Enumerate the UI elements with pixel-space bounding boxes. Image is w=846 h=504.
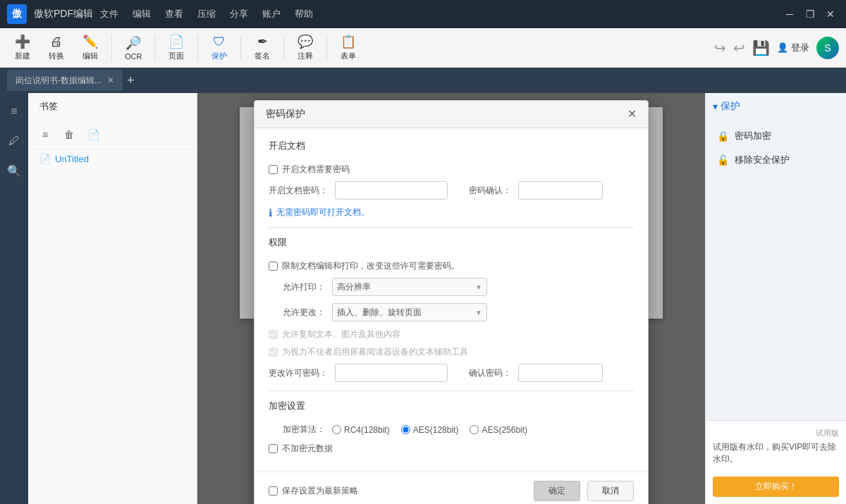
tool-edit-label: 编辑 <box>82 51 98 61</box>
radio-rc4-label: RC4(128bit) <box>344 425 390 435</box>
bookmark-title: 书签 <box>28 93 197 121</box>
panel-list-icon[interactable]: ≡ <box>3 100 25 123</box>
tab-add-button[interactable]: + <box>127 73 135 88</box>
app-logo: 傲 <box>7 4 27 24</box>
tool-form-label: 表单 <box>341 51 356 61</box>
label-allow-change: 允许更改： <box>269 307 325 319</box>
radio-aes256-label: AES(256bit) <box>482 425 527 435</box>
checkbox-save-policy-input[interactable] <box>269 486 278 496</box>
left-icon-panel: ≡ 🖊 🔍 <box>0 93 28 504</box>
tab-close-button[interactable]: ✕ <box>107 75 114 85</box>
menu-account[interactable]: 账户 <box>262 8 281 20</box>
panel-search-icon[interactable]: 🔍 <box>3 159 25 182</box>
promo-box: 试用版 试用版有水印，购买VIP即可去除水印。 立即购买！ <box>706 420 846 504</box>
login-button[interactable]: 👤 登录 <box>777 42 809 54</box>
tool-protect[interactable]: 🛡 保护 <box>204 32 235 64</box>
dialog-title: 密码保护 <box>266 108 305 121</box>
dialog-close-button[interactable]: ✕ <box>627 109 637 120</box>
right-sidebar: ▾ 保护 🔒 密码加密 🔓 移除安全保护 试用版 试用版有水印，购买VIP即可去… <box>705 93 846 504</box>
sidebar-item-password-encrypt[interactable]: 🔒 密码加密 <box>713 124 839 148</box>
panel-signature-icon[interactable]: 🖊 <box>3 130 25 152</box>
input-confirm-pwd[interactable] <box>518 181 603 199</box>
label-open-pwd: 开启文档密码： <box>269 185 328 197</box>
minimize-button[interactable]: ─ <box>781 6 798 23</box>
tool-form[interactable]: 📋 表单 <box>333 31 364 64</box>
titlebar-menu: 文件 编辑 查看 压缩 分享 账户 帮助 <box>100 8 313 20</box>
nav-back-button[interactable]: ↩ <box>733 39 745 56</box>
menu-file[interactable]: 文件 <box>100 8 118 20</box>
promo-text: 试用版有水印，购买VIP即可去除水印。 <box>713 441 839 465</box>
chevron-down-icon: ▾ <box>713 101 718 112</box>
divider-2 <box>269 391 634 391</box>
tool-annotate[interactable]: 💬 注释 <box>290 31 321 64</box>
toolbar-divider-6 <box>326 35 327 61</box>
convert-icon: 🖨 <box>50 35 63 49</box>
checkbox-no-metadata[interactable]: 不加密元数据 <box>269 443 634 455</box>
radio-aes256-input[interactable] <box>470 425 479 434</box>
close-button[interactable]: ✕ <box>822 6 839 23</box>
nav-forward-button[interactable]: ↪ <box>714 39 726 56</box>
select-change-arrow: ▼ <box>475 309 482 316</box>
menu-view[interactable]: 查看 <box>165 8 183 20</box>
label-confirm-change-pwd: 确认密码： <box>455 367 511 379</box>
section-perms-title: 权限 <box>269 236 634 253</box>
checkbox-screen-input <box>269 348 278 357</box>
checkbox-perms-input[interactable] <box>269 262 278 271</box>
tool-convert[interactable]: 🖨 转换 <box>41 32 72 64</box>
radio-rc4-input[interactable] <box>332 425 341 434</box>
sidebar-delete-icon[interactable]: 🗑 <box>59 125 79 145</box>
active-tab[interactable]: 岗位说明书-数据编辑... ✕ <box>7 70 123 91</box>
checkbox-perms[interactable]: 限制文档编辑和打印，改变这些许可需要密码。 <box>269 260 634 272</box>
checkbox-save-policy-label: 保存设置为最新策略 <box>282 485 358 497</box>
save-button[interactable]: 💾 <box>752 39 770 56</box>
tab-label: 岗位说明书-数据编辑... <box>16 75 102 87</box>
menu-share[interactable]: 分享 <box>230 8 248 20</box>
label-change-pwd: 更改许可密码： <box>269 367 328 379</box>
tool-sign-label: 签名 <box>255 51 270 61</box>
left-panel: ≡ 🖊 🔍 书签 ≡ 🗑 📄 📄 UnTitled <box>0 93 197 504</box>
titlebar-left: 傲 傲软PDF编辑 文件 编辑 查看 压缩 分享 账户 帮助 <box>7 4 313 24</box>
radio-aes128[interactable]: AES(128bit) <box>401 425 459 435</box>
checkbox-no-metadata-input[interactable] <box>269 444 278 453</box>
input-open-pwd[interactable] <box>335 181 448 199</box>
password-dialog: 密码保护 ✕ 开启文档 开启文档需要密码 开启文档密码： 密码确认： <box>254 100 649 504</box>
select-allow-print[interactable]: 高分辨率 ▼ <box>332 278 487 296</box>
tool-edit[interactable]: ✏️ 编辑 <box>75 31 106 64</box>
tool-ocr[interactable]: 🔎 OCR <box>118 32 149 63</box>
checkbox-screen: 为视力不佳者启用屏幕阅读器设备的文本辅助工具 <box>269 346 634 358</box>
select-allow-change[interactable]: 插入、删除、旋转页面 ▼ <box>332 303 487 321</box>
checkbox-open-input[interactable] <box>269 165 278 174</box>
sidebar-add-icon[interactable]: 📄 <box>83 125 103 145</box>
select-print-arrow: ▼ <box>475 283 482 291</box>
label-allow-print: 允许打印： <box>269 281 325 293</box>
sidebar-menu-icon[interactable]: ≡ <box>35 125 55 145</box>
input-change-pwd[interactable] <box>335 364 448 382</box>
radio-aes256[interactable]: AES(256bit) <box>470 425 527 435</box>
confirm-button[interactable]: 确定 <box>534 481 580 501</box>
tool-new[interactable]: ➕ 新建 <box>7 31 38 64</box>
sidebar-item-remove-security[interactable]: 🔓 移除安全保护 <box>713 148 839 172</box>
tool-page-label: 页面 <box>168 51 184 61</box>
form-row-algorithm: 加密算法： RC4(128bit) AES(128bit) <box>269 424 634 436</box>
maximize-button[interactable]: ❐ <box>802 6 819 23</box>
tool-page[interactable]: 📄 页面 <box>161 31 192 64</box>
form-row-change-pwd: 更改许可密码： 确认密码： <box>269 364 634 382</box>
radio-rc4[interactable]: RC4(128bit) <box>332 425 390 435</box>
menu-compress[interactable]: 压缩 <box>197 8 216 20</box>
file-item[interactable]: 📄 UnTitled <box>28 149 197 168</box>
input-confirm-change-pwd[interactable] <box>518 364 603 382</box>
checkbox-open-password[interactable]: 开启文档需要密码 <box>269 164 634 176</box>
content-area: 5、有较强的沟通、抗压和团队协作能力，耐心细致，踏实肯干。 岗 位 描 述 按重… <box>197 93 705 504</box>
toolbar-right: ↪ ↩ 💾 👤 登录 S <box>714 37 839 59</box>
promo-buy-button[interactable]: 立即购买！ <box>713 477 839 497</box>
radio-aes128-input[interactable] <box>401 425 410 434</box>
titlebar: 傲 傲软PDF编辑 文件 编辑 查看 压缩 分享 账户 帮助 ─ ❐ ✕ <box>0 0 846 28</box>
ocr-icon: 🔎 <box>125 35 141 51</box>
footer-right: 确定 取消 <box>534 481 634 501</box>
tool-sign[interactable]: ✒ 签名 <box>247 31 278 64</box>
toolbar-divider-5 <box>283 35 284 61</box>
menu-help[interactable]: 帮助 <box>295 8 313 20</box>
checkbox-copy-input <box>269 330 278 339</box>
cancel-button[interactable]: 取消 <box>587 481 634 501</box>
menu-edit[interactable]: 编辑 <box>133 8 151 20</box>
